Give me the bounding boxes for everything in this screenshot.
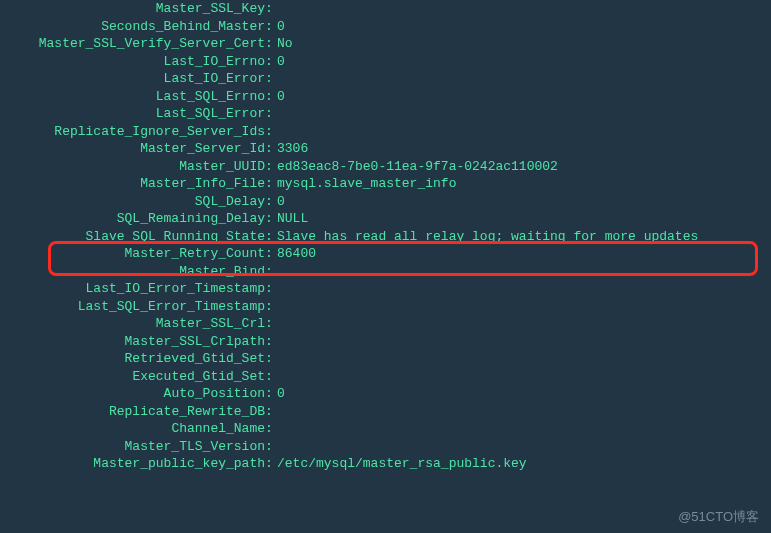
status-value [275,315,277,333]
status-row: Master_SSL_Crlpath: [0,333,771,351]
status-row: Master_Bind: [0,263,771,281]
status-value [275,280,277,298]
status-key: Master_public_key_path [0,455,265,473]
status-row: Master_UUID:ed83eac8-7be0-11ea-9f7a-0242… [0,158,771,176]
status-row: Replicate_Rewrite_DB: [0,403,771,421]
status-key: Slave_SQL_Running_State [0,228,265,246]
colon: : [265,210,275,228]
watermark: @51CTO博客 [678,508,759,526]
status-row: Last_SQL_Error: [0,105,771,123]
status-row: Seconds_Behind_Master:0 [0,18,771,36]
status-value: 0 [275,88,285,106]
status-row: SQL_Remaining_Delay:NULL [0,210,771,228]
status-value: mysql.slave_master_info [275,175,456,193]
colon: : [265,228,275,246]
status-key: Master_UUID [0,158,265,176]
status-row: Master_SSL_Key: [0,0,771,18]
colon: : [265,175,275,193]
status-value: Slave has read all relay log; waiting fo… [275,228,698,246]
status-row: Slave_SQL_Running_State:Slave has read a… [0,228,771,246]
status-key: Retrieved_Gtid_Set [0,350,265,368]
status-key: Last_SQL_Errno [0,88,265,106]
status-row: SQL_Delay:0 [0,193,771,211]
colon: : [265,350,275,368]
status-value [275,0,277,18]
status-value [275,70,277,88]
status-key: Auto_Position [0,385,265,403]
status-key: Master_Retry_Count [0,245,265,263]
status-value: 3306 [275,140,308,158]
status-row: Executed_Gtid_Set: [0,368,771,386]
status-key: Last_IO_Errno [0,53,265,71]
status-key: Last_IO_Error [0,70,265,88]
colon: : [265,263,275,281]
status-value: 0 [275,193,285,211]
status-value [275,420,277,438]
colon: : [265,53,275,71]
status-value: /etc/mysql/master_rsa_public.key [275,455,527,473]
status-value [275,263,277,281]
colon: : [265,368,275,386]
status-value: 0 [275,385,285,403]
status-key: Master_Server_Id [0,140,265,158]
colon: : [265,123,275,141]
status-row: Last_IO_Errno:0 [0,53,771,71]
status-value [275,368,277,386]
status-value [275,403,277,421]
terminal-output: Master_SSL_Key:Seconds_Behind_Master:0Ma… [0,0,771,473]
colon: : [265,438,275,456]
colon: : [265,420,275,438]
status-value [275,298,277,316]
status-key: Executed_Gtid_Set [0,368,265,386]
status-key: Master_SSL_Crl [0,315,265,333]
status-value: 86400 [275,245,316,263]
status-row: Master_Retry_Count:86400 [0,245,771,263]
status-value: 0 [275,18,285,36]
status-key: Master_SSL_Crlpath [0,333,265,351]
status-key: Master_SSL_Key [0,0,265,18]
status-row: Auto_Position:0 [0,385,771,403]
status-key: SQL_Delay [0,193,265,211]
status-value [275,350,277,368]
colon: : [265,280,275,298]
colon: : [265,158,275,176]
colon: : [265,298,275,316]
status-row: Replicate_Ignore_Server_Ids: [0,123,771,141]
status-key: SQL_Remaining_Delay [0,210,265,228]
colon: : [265,315,275,333]
status-row: Master_SSL_Crl: [0,315,771,333]
status-row: Last_SQL_Errno:0 [0,88,771,106]
colon: : [265,35,275,53]
status-key: Master_TLS_Version [0,438,265,456]
status-row: Master_SSL_Verify_Server_Cert:No [0,35,771,53]
status-key: Last_IO_Error_Timestamp [0,280,265,298]
status-key: Master_SSL_Verify_Server_Cert [0,35,265,53]
status-row: Master_public_key_path:/etc/mysql/master… [0,455,771,473]
colon: : [265,105,275,123]
status-value: ed83eac8-7be0-11ea-9f7a-0242ac110002 [275,158,558,176]
status-key: Master_Bind [0,263,265,281]
colon: : [265,245,275,263]
status-row: Retrieved_Gtid_Set: [0,350,771,368]
status-row: Master_TLS_Version: [0,438,771,456]
status-key: Master_Info_File [0,175,265,193]
status-key: Seconds_Behind_Master [0,18,265,36]
colon: : [265,403,275,421]
colon: : [265,193,275,211]
status-key: Channel_Name [0,420,265,438]
status-row: Master_Info_File:mysql.slave_master_info [0,175,771,193]
status-key: Last_SQL_Error_Timestamp [0,298,265,316]
status-value [275,438,277,456]
status-value: NULL [275,210,308,228]
status-key: Replicate_Rewrite_DB [0,403,265,421]
status-value [275,105,277,123]
status-key: Last_SQL_Error [0,105,265,123]
colon: : [265,455,275,473]
colon: : [265,333,275,351]
status-value: No [275,35,293,53]
status-row: Last_IO_Error_Timestamp: [0,280,771,298]
status-value [275,333,277,351]
colon: : [265,0,275,18]
colon: : [265,18,275,36]
status-row: Channel_Name: [0,420,771,438]
